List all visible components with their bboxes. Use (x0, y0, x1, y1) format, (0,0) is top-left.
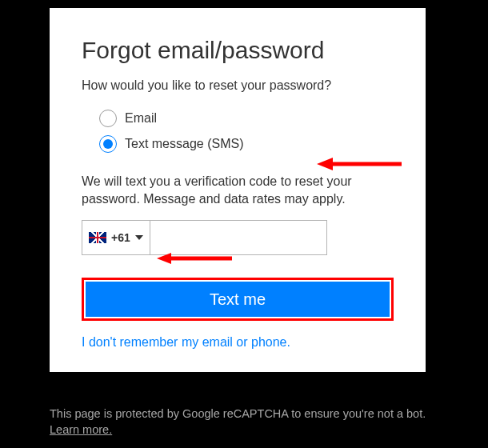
phone-number-input[interactable] (150, 220, 327, 255)
radio-sms-label[interactable]: Text message (SMS) (125, 137, 243, 151)
radio-sms[interactable] (99, 135, 117, 153)
radio-row-sms[interactable]: Text message (SMS) (99, 131, 394, 157)
reset-method-group: Email Text message (SMS) (99, 106, 394, 157)
annotation-highlight: Text me (82, 278, 394, 321)
text-me-button[interactable]: Text me (86, 282, 390, 317)
radio-row-email[interactable]: Email (99, 106, 394, 131)
phone-input-row: +61 (82, 220, 310, 255)
chevron-down-icon (135, 235, 143, 240)
radio-email[interactable] (99, 110, 117, 127)
radio-email-label[interactable]: Email (125, 111, 157, 126)
footer-text: This page is protected by Google reCAPTC… (50, 407, 426, 420)
flag-icon (89, 232, 106, 243)
forgot-password-card: Forgot email/password How would you like… (50, 8, 426, 372)
page-title: Forgot email/password (82, 37, 394, 64)
dont-remember-link[interactable]: I don't remember my email or phone. (82, 335, 290, 349)
recaptcha-footer: This page is protected by Google reCAPTC… (50, 406, 442, 438)
country-code-select[interactable]: +61 (82, 220, 150, 255)
country-code-value: +61 (111, 231, 130, 244)
sms-helper-text: We will text you a verification code to … (82, 173, 394, 207)
learn-more-link[interactable]: Learn more. (50, 423, 112, 436)
reset-prompt: How would you like to reset your passwor… (82, 78, 394, 93)
